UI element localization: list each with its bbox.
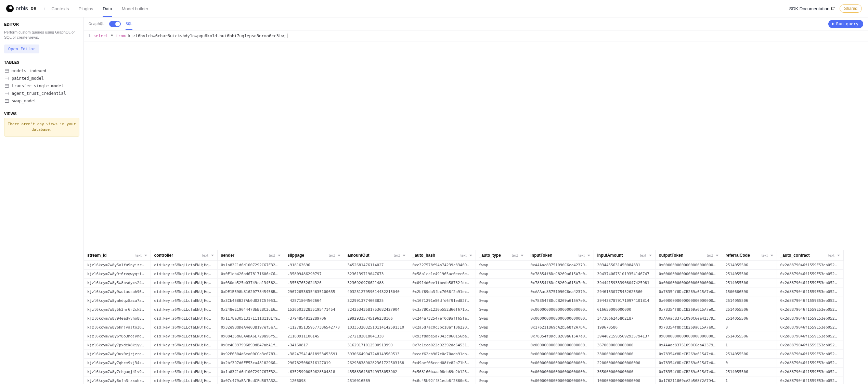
table-cell: kjzl6kcym7w8y7qhcm9xj34z… (84, 359, 151, 368)
table-row[interactable]: kjzl6kcym7w8y9t6rvqwyqti…did:key:z6MkqLL… (84, 270, 843, 279)
table-row[interactable]: kjzl6kcym7w8y7qhcm9xj34z…did:key:z6MkqLL… (84, 359, 843, 368)
table-row[interactable]: kjzl6kcym7w8y7pxdek8kjyv…did:key:z6MkqLL… (84, 341, 843, 350)
mode-sql[interactable]: SQL (126, 22, 132, 26)
table-row[interactable]: kjzl6kcym7w8y5a1fu9nyizr…did:key:z6MkqLL… (84, 261, 843, 270)
table-row[interactable]: kjzl6kcym7w8y5h2nr6r2ck2…did:key:z6MkqLL… (84, 305, 843, 314)
sidebar-table-label: painted_model (12, 76, 44, 81)
table-cell: 290782508031612701­9 (284, 359, 344, 368)
table-cell: 43588364387499780539­02 (344, 368, 409, 376)
shared-badge[interactable]: Shared (840, 4, 862, 13)
column-header[interactable]: controllertext (151, 250, 217, 261)
column-header[interactable]: _auto_contracttext (777, 250, 843, 261)
table-row[interactable]: kjzl6kcym7w8y6f8o3hojyhd…did:key:z6MkqLL… (84, 332, 843, 341)
column-header[interactable]: amountOuttext (344, 250, 409, 261)
table-cell: 0x0000000000000000000000… (527, 376, 594, 384)
column-name: stream_id (87, 253, 107, 258)
table-cell: Swap (476, 296, 527, 305)
column-header[interactable]: slippagetext (284, 250, 344, 261)
table-cell: 3650000000000000 (594, 368, 655, 376)
sidebar-table-item[interactable]: models_indexed (4, 67, 79, 75)
table-cell: 0x16f1291e56dfd6f91ed82f… (409, 296, 476, 305)
table-cell: did:key:z6MkqLLctaENUjHq… (151, 323, 217, 332)
mode-toggle[interactable] (109, 21, 121, 27)
sidebar-tables-title: TABLES (4, 60, 79, 64)
sidebar-table-item[interactable]: agent_trust_credential (4, 90, 79, 97)
table-cell: Swap (476, 376, 527, 384)
table-icon (5, 92, 9, 95)
table-cell: -42571804502664 (284, 296, 344, 305)
table-cell: did:key:z6MkqLLctaENUjHq… (151, 296, 217, 305)
sdk-documentation-link[interactable]: SDK Documentation (789, 6, 835, 11)
table-cell: 0x78354f8DcCB269a615A7e0… (655, 359, 722, 368)
table-row[interactable]: kjzl6kcym7w8y7chgaqj4lv9…did:key:z6MkqLL… (84, 368, 843, 376)
table-cell: 0x78354f8DcCB269a615A7e0… (655, 323, 722, 332)
table-cell: Swap (476, 261, 527, 270)
table-row[interactable]: kjzl6kcym7w8y6ofn3rxxuhr…did:key:z6MkqLL… (84, 376, 843, 384)
table-cell: did:key:z6MkqLLctaENUjHq… (151, 270, 217, 279)
nav-contexts[interactable]: Contexts (51, 6, 69, 11)
table-row[interactable]: kjzl6kcym7w8yahdqz8aca7a…did:key:z6MkqLL… (84, 296, 843, 305)
table-icon (5, 99, 9, 103)
column-header[interactable]: _auto_typetext (476, 250, 527, 261)
column-header[interactable]: inputTokentext (527, 250, 594, 261)
table-cell: 0x2d8879046f1559E53eb052… (777, 261, 843, 270)
chevron-down-icon (278, 255, 281, 256)
table-cell: 0x2d8879046f1559E53eb052… (777, 296, 843, 305)
table-cell: kjzl6kcym7w8y9t6rvqwyqti… (84, 270, 151, 279)
table-cell: -379485481228970­6 (284, 314, 344, 323)
table-icon (5, 84, 9, 88)
table-cell: 199670586 (594, 323, 655, 332)
run-query-button[interactable]: Run query (828, 20, 863, 28)
column-header[interactable]: inputAmounttext (594, 250, 655, 261)
table-cell: 2514055506 (722, 314, 777, 323)
sidebar-editor-title: EDITOR (4, 22, 79, 26)
table-cell: -11278­513595773865427­70 (284, 323, 344, 332)
table-cell: 2200000000000000000 (594, 359, 655, 368)
table-cell: 0x176211869cA2b568f2A7D4… (527, 323, 594, 332)
table-cell: 0x0000000000000000000000… (527, 368, 594, 376)
table-cell: -3558765262432­6 (284, 279, 344, 287)
table-cell: 0x7c1eca022c92392de64531… (409, 341, 476, 350)
sidebar-table-label: transfer_single_model (12, 84, 64, 88)
sidebar-table-item[interactable]: painted_model (4, 75, 79, 82)
table-row[interactable]: kjzl6kcym7w8y5w8bsdyxs24…did:key:z6MkqLL… (84, 279, 843, 287)
open-editor-button[interactable]: Open Editor (4, 44, 39, 53)
table-row[interactable]: kjzl6kcym7w8y9wuiausuh96…did:key:z6MkqLL… (84, 287, 843, 296)
table-row[interactable]: kjzl6kcym7w8y94eadyyho8v…did:key:z6MkqLL… (84, 314, 843, 323)
table-cell: 616650000000000 (594, 305, 655, 314)
table-cell: 29929335745196238166 (344, 314, 409, 323)
sidebar-table-item[interactable]: swap_model (4, 97, 79, 105)
table-row[interactable]: kjzl6kcym7w8y9ux0zjrjzrq…did:key:z6MkqLL… (84, 350, 843, 359)
table-cell: 3670000000000000 (594, 341, 655, 350)
table-cell: kjzl6kcym7w8y6knjvasto36… (84, 323, 151, 332)
table-row[interactable]: kjzl6kcym7w8y6knjvasto36…did:key:z6MkqLL… (84, 323, 843, 332)
chevron-down-icon (211, 255, 214, 256)
column-header[interactable]: _auto_hashtext (409, 250, 476, 261)
results-panel: stream_idtextcontrollertextsendertextsli… (84, 250, 868, 384)
table-cell: 0x2d8879046f1559E53eb052… (777, 323, 843, 332)
nav-data[interactable]: Data (103, 6, 112, 11)
table-cell: 0x0000000000000000000000… (527, 314, 594, 323)
mode-graphql[interactable]: GraphQL (89, 22, 104, 26)
nav-plugins[interactable]: Plugins (79, 6, 93, 11)
table-cell: did:key:z6MkqLLctaENUjHq… (151, 368, 217, 376)
table-cell: kjzl6kcym7w8y6ofn3rxxuhr… (84, 376, 151, 384)
table-cell: 403231279596144322150­40 (344, 287, 409, 296)
sidebar-table-item[interactable]: transfer_single_model (4, 82, 79, 90)
table-cell: did:key:z6MkqLLctaENUjHq… (151, 305, 217, 314)
table-cell: did:key:z6MkqLLctaENUjHq… (151, 279, 217, 287)
table-cell: 0x1178a30513171111d118Ef9… (217, 314, 284, 323)
table-cell: 0x3Cb458B2fAb0d02fC5f053… (217, 296, 284, 305)
column-header[interactable]: sendertext (217, 250, 284, 261)
table-cell: 0xc327578f94a74239c83469… (409, 261, 476, 270)
table-cell: 0x78354f8DcCB269a615A7e0… (655, 350, 722, 359)
nav-model-builder[interactable]: Model builder (122, 6, 148, 11)
table-cell: Swap (476, 368, 527, 376)
logo[interactable]: orbis DB (6, 5, 37, 12)
column-header[interactable]: outputTokentext (655, 250, 722, 261)
table-cell: 0x2d8879046f1559E53eb052… (777, 279, 843, 287)
column-header[interactable]: stream_idtext (84, 250, 151, 261)
column-header[interactable]: referralCodetext (722, 250, 777, 261)
table-cell: 0x0F1eb426ad67B171606cC6… (217, 270, 284, 279)
code-editor[interactable]: 1 select * from kjzl6hvfrbw6cbar6uickshd… (84, 30, 868, 41)
